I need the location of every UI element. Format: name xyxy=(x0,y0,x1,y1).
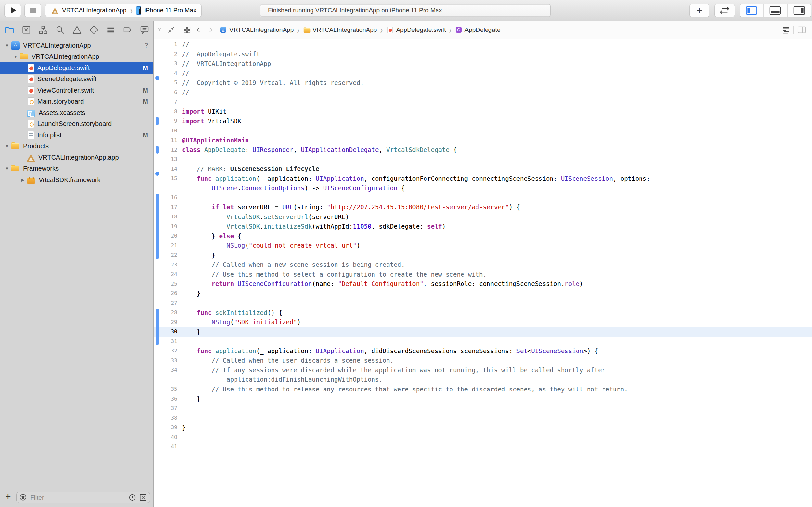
code-line-35[interactable]: 35 // Use this method to release any res… xyxy=(154,384,812,394)
line-number[interactable]: 6 xyxy=(154,89,177,96)
add-button[interactable]: + xyxy=(690,4,709,17)
add-editor-icon[interactable] xyxy=(796,25,807,35)
file-row-scenedelegate-swift[interactable]: SceneDelegate.swift xyxy=(0,74,153,85)
code-text[interactable]: // xyxy=(182,41,189,48)
code-line-29[interactable]: 29 NSLog("SDK initialized") xyxy=(154,318,812,327)
code-text[interactable]: // Use this method to release any resour… xyxy=(182,386,628,393)
code-text[interactable]: // If any sessions were discarded while … xyxy=(182,367,605,374)
file-row-vrtcalsdk-framework[interactable]: ▶VrtcalSDK.framework xyxy=(0,174,153,186)
code-line-3[interactable]: 3// VRTCALIntegrationApp xyxy=(154,59,812,68)
line-number[interactable]: 35 xyxy=(154,386,177,392)
breadcrumb-item[interactable]: AppDelegate.swift xyxy=(396,26,446,34)
code-text[interactable]: } xyxy=(182,395,200,402)
stop-button[interactable] xyxy=(25,4,41,17)
project-navigator-icon[interactable] xyxy=(5,25,14,35)
line-number[interactable]: 14 xyxy=(154,166,177,172)
line-number[interactable]: 5 xyxy=(154,79,177,86)
code-text[interactable]: // VRTCALIntegrationApp xyxy=(182,60,271,67)
editor-swap-button[interactable] xyxy=(715,4,735,17)
line-number[interactable]: 4 xyxy=(154,70,177,76)
line-number[interactable]: 32 xyxy=(154,348,177,354)
code-text[interactable]: } xyxy=(182,251,215,259)
destination-name[interactable]: iPhone 11 Pro Max xyxy=(144,7,196,14)
code-text[interactable]: } else { xyxy=(182,232,241,239)
code-line-20[interactable]: 20 } else { xyxy=(154,231,812,241)
code-text[interactable]: return UISceneConfiguration(name: "Defau… xyxy=(182,280,583,287)
code-line-21[interactable]: 21 NSLog("could not create vrtcal url") xyxy=(154,241,812,250)
code-line-22[interactable]: 22 } xyxy=(154,250,812,260)
filter-field[interactable]: Filter xyxy=(16,492,150,503)
line-number[interactable]: 40 xyxy=(154,434,177,440)
code-text[interactable]: NSLog("SDK initialized") xyxy=(182,319,301,326)
file-row-info-plist[interactable]: Info.plistM xyxy=(0,129,153,141)
code-line-27[interactable]: 27 xyxy=(154,298,812,308)
code-text[interactable]: // Called when the user discards a scene… xyxy=(182,357,394,364)
line-number[interactable]: 34 xyxy=(154,367,177,373)
code-text[interactable]: application:didFinishLaunchingWithOption… xyxy=(182,376,383,383)
disclosure-triangle[interactable]: ▼ xyxy=(12,54,19,59)
toggle-navigator-button[interactable] xyxy=(740,4,763,17)
code-line-14[interactable]: 14 // MARK: UISceneSession Lifecycle xyxy=(154,164,812,174)
code-text[interactable]: class AppDelegate: UIResponder, UIApplic… xyxy=(182,146,457,153)
issue-navigator-icon[interactable] xyxy=(72,25,82,35)
code-text[interactable]: // Called when a new scene session is be… xyxy=(182,261,405,268)
file-row-assets-xcassets[interactable]: Assets.xcassets xyxy=(0,107,153,118)
code-line-8[interactable]: 8import UIKit xyxy=(154,107,812,117)
breakpoint-navigator-icon[interactable] xyxy=(123,25,133,35)
line-number[interactable]: 38 xyxy=(154,415,177,421)
toggle-debug-area-button[interactable] xyxy=(763,4,787,17)
source-control-filter-icon[interactable] xyxy=(139,493,147,502)
code-line-38[interactable]: 38 xyxy=(154,413,812,423)
go-forward-icon[interactable] xyxy=(205,25,216,35)
file-row-vrtcalintegrationapp[interactable]: ▼VRTCALIntegrationApp xyxy=(0,51,153,63)
scheme-name[interactable]: VRTCALIntegrationApp xyxy=(62,7,126,14)
code-text[interactable]: NSLog("could not create vrtcal url") xyxy=(182,242,360,249)
code-line-39[interactable]: 39} xyxy=(154,422,812,432)
breadcrumb-item[interactable]: VRTCALIntegrationApp xyxy=(312,26,377,34)
code-line-7[interactable]: 7 xyxy=(154,97,812,107)
code-text[interactable]: // Copyright © 2019 Vrtcal. All rights r… xyxy=(182,79,364,86)
code-text[interactable]: } xyxy=(182,424,186,431)
code-text[interactable]: func sdkInitialized() { xyxy=(182,309,282,316)
line-number[interactable]: 11 xyxy=(154,137,177,143)
disclosure-triangle[interactable]: ▼ xyxy=(3,43,11,48)
file-row-launchscreen-storyboard[interactable]: LaunchScreen.storyboard xyxy=(0,118,153,130)
line-number[interactable]: 26 xyxy=(154,290,177,296)
code-line-18[interactable]: 18 VrtcalSDK.setServerUrl(serverURL) xyxy=(154,212,812,222)
code-line-36[interactable]: 36 } xyxy=(154,394,812,404)
related-items-icon[interactable] xyxy=(181,25,193,35)
code-text[interactable]: import VrtcalSDK xyxy=(182,117,241,125)
line-number[interactable]: 24 xyxy=(154,271,177,277)
code-line-24[interactable]: 24 // Use this method to select a config… xyxy=(154,269,812,279)
adjust-editor-options-icon[interactable] xyxy=(780,25,792,35)
code-text[interactable]: if let serverURL = URL(string: "http://2… xyxy=(182,204,520,211)
line-number[interactable]: 25 xyxy=(154,281,177,287)
run-button[interactable] xyxy=(5,4,21,17)
breadcrumb-item[interactable]: AppDelegate xyxy=(465,26,501,34)
file-row-appdelegate-swift[interactable]: AppDelegate.swiftM xyxy=(0,62,153,74)
code-text[interactable]: VrtcalSDK.initializeSdk(withAppId:11050,… xyxy=(182,223,446,230)
file-row-frameworks[interactable]: ▼Frameworks xyxy=(0,163,153,175)
code-line-1[interactable]: 1// xyxy=(154,40,812,49)
code-line-34[interactable]: 34 // If any sessions were discarded whi… xyxy=(154,365,812,375)
go-back-icon[interactable] xyxy=(193,25,205,35)
line-number[interactable]: 3 xyxy=(154,60,177,66)
code-text[interactable]: @UIApplicationMain xyxy=(182,137,249,144)
file-row-vrtcalintegrationapp-app[interactable]: VRTCALIntegrationApp.app xyxy=(0,152,153,163)
line-number[interactable]: 10 xyxy=(154,127,177,134)
line-number[interactable]: 39 xyxy=(154,424,177,431)
code-line-16[interactable]: 16 xyxy=(154,193,812,203)
code-text[interactable]: // xyxy=(182,89,189,96)
code-line-34-wrap[interactable]: application:didFinishLaunchingWithOption… xyxy=(154,375,812,385)
line-number[interactable]: 37 xyxy=(154,405,177,411)
line-number[interactable]: 2 xyxy=(154,51,177,57)
code-text[interactable]: UIScene.ConnectionOptions) -> UISceneCon… xyxy=(182,184,405,191)
scheme-selector[interactable]: VRTCALIntegrationApp › iPhone 11 Pro Max xyxy=(46,4,201,17)
code-line-28[interactable]: 28 func sdkInitialized() { xyxy=(154,308,812,318)
line-number[interactable]: 13 xyxy=(154,156,177,162)
file-row-main-storyboard[interactable]: Main.storyboardM xyxy=(0,96,153,107)
code-line-11[interactable]: 11@UIApplicationMain xyxy=(154,135,812,145)
breadcrumb-item[interactable]: VRTCALIntegrationApp xyxy=(229,26,294,34)
code-line-15-wrap[interactable]: UIScene.ConnectionOptions) -> UISceneCon… xyxy=(154,183,812,193)
code-line-12[interactable]: 12class AppDelegate: UIResponder, UIAppl… xyxy=(154,145,812,155)
